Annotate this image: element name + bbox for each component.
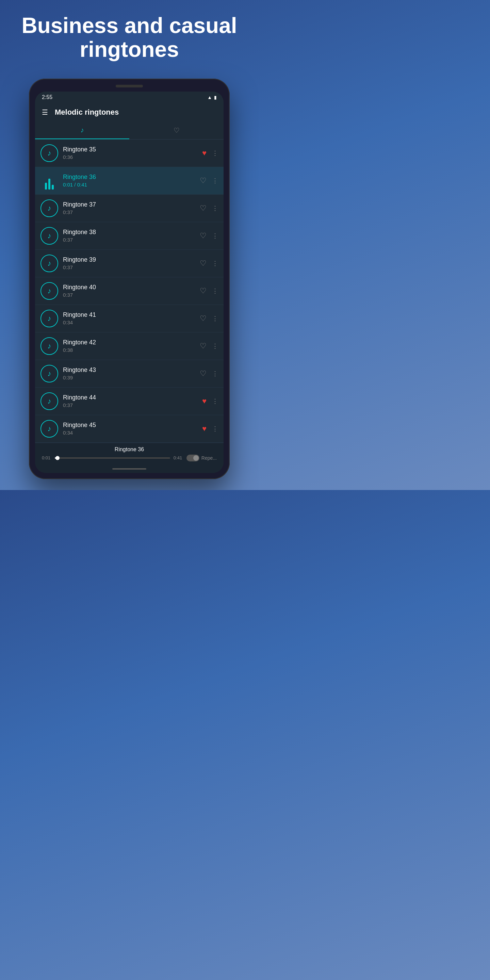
ringtone-duration: 0:34 bbox=[63, 430, 197, 436]
battery-icon: ▮ bbox=[214, 95, 217, 100]
bar1 bbox=[45, 183, 47, 189]
menu-icon[interactable]: ☰ bbox=[42, 108, 48, 116]
list-item[interactable]: Ringtone 36 0:01 / 0:41 ♡ ⋮ bbox=[35, 167, 224, 195]
ringtone-info: Ringtone 35 0:36 bbox=[63, 146, 197, 160]
more-button[interactable]: ⋮ bbox=[212, 370, 218, 377]
list-item[interactable]: ♪ Ringtone 41 0:34 ♡ ⋮ bbox=[35, 305, 224, 332]
heart-button[interactable]: ♥ bbox=[202, 424, 207, 433]
more-button[interactable]: ⋮ bbox=[212, 425, 218, 433]
tab-music[interactable]: ♪ bbox=[35, 121, 129, 139]
ringtone-name: Ringtone 40 bbox=[63, 284, 195, 291]
more-button[interactable]: ⋮ bbox=[212, 177, 218, 185]
ringtone-name: Ringtone 37 bbox=[63, 201, 195, 208]
ringtone-duration: 0:01 / 0:41 bbox=[63, 182, 195, 188]
music-icon: ♪ bbox=[40, 255, 58, 272]
list-item[interactable]: ♪ Ringtone 42 0:38 ♡ ⋮ bbox=[35, 332, 224, 360]
list-item[interactable]: ♪ Ringtone 44 0:37 ♥ ⋮ bbox=[35, 388, 224, 415]
heart-button[interactable]: ♡ bbox=[200, 231, 207, 240]
ringtone-info: Ringtone 40 0:37 bbox=[63, 284, 195, 298]
home-indicator bbox=[112, 468, 146, 469]
heart-button[interactable]: ♡ bbox=[200, 286, 207, 295]
ringtone-info: Ringtone 37 0:37 bbox=[63, 201, 195, 215]
status-time: 2:55 bbox=[42, 94, 52, 100]
ringtone-name: Ringtone 45 bbox=[63, 422, 197, 429]
more-button[interactable]: ⋮ bbox=[212, 342, 218, 350]
item-actions: ♡ ⋮ bbox=[200, 259, 218, 268]
list-item[interactable]: ♪ Ringtone 43 0:39 ♡ ⋮ bbox=[35, 360, 224, 388]
bar2 bbox=[48, 179, 50, 189]
item-actions: ♡ ⋮ bbox=[200, 204, 218, 213]
ringtone-duration: 0:37 bbox=[63, 402, 197, 408]
heart-button[interactable]: ♡ bbox=[200, 204, 207, 213]
heart-button[interactable]: ♡ bbox=[200, 259, 207, 268]
ringtone-name: Ringtone 35 bbox=[63, 146, 197, 153]
ringtone-name: Ringtone 44 bbox=[63, 394, 197, 401]
tab-favorites[interactable]: ♡ bbox=[129, 121, 224, 139]
music-icon: ♪ bbox=[40, 282, 58, 300]
progress-bar[interactable] bbox=[55, 457, 170, 459]
heart-button[interactable]: ♡ bbox=[200, 369, 207, 378]
ringtone-info: Ringtone 42 0:38 bbox=[63, 339, 195, 353]
more-button[interactable]: ⋮ bbox=[212, 205, 218, 212]
music-icon: ♪ bbox=[40, 144, 58, 162]
heart-button[interactable]: ♡ bbox=[200, 314, 207, 323]
heart-button[interactable]: ♥ bbox=[202, 149, 207, 158]
ringtone-info: Ringtone 38 0:37 bbox=[63, 229, 195, 243]
ringtone-info: Ringtone 39 0:37 bbox=[63, 256, 195, 270]
ringtone-name: Ringtone 38 bbox=[63, 229, 195, 236]
ringtone-name: Ringtone 39 bbox=[63, 256, 195, 263]
heart-button[interactable]: ♡ bbox=[200, 342, 207, 350]
list-item[interactable]: ♪ Ringtone 40 0:37 ♡ ⋮ bbox=[35, 277, 224, 305]
status-bar: 2:55 ▲ ▮ bbox=[35, 92, 224, 103]
item-actions: ♡ ⋮ bbox=[200, 342, 218, 350]
more-button[interactable]: ⋮ bbox=[212, 398, 218, 405]
list-item[interactable]: ♪ Ringtone 38 0:37 ♡ ⋮ bbox=[35, 222, 224, 250]
list-item[interactable]: ♪ Ringtone 35 0:36 ♥ ⋮ bbox=[35, 140, 224, 167]
item-actions: ♡ ⋮ bbox=[200, 369, 218, 378]
progress-fill bbox=[55, 457, 57, 459]
more-button[interactable]: ⋮ bbox=[212, 150, 218, 157]
list-item[interactable]: ♪ Ringtone 45 0:34 ♥ ⋮ bbox=[35, 415, 224, 443]
heart-button[interactable]: ♡ bbox=[200, 176, 207, 185]
ringtone-list: ♪ Ringtone 35 0:36 ♥ ⋮ Ringtone bbox=[35, 140, 224, 443]
progress-thumb bbox=[56, 456, 60, 460]
phone-notch bbox=[116, 85, 143, 88]
bar3 bbox=[52, 185, 54, 189]
more-button[interactable]: ⋮ bbox=[212, 232, 218, 240]
music-icon: ♪ bbox=[40, 337, 58, 355]
repeat-button[interactable]: Repe... bbox=[186, 455, 217, 461]
music-icon: ♪ bbox=[40, 365, 58, 382]
more-button[interactable]: ⋮ bbox=[212, 259, 218, 267]
home-bar bbox=[35, 466, 224, 473]
music-icon: ♪ bbox=[40, 199, 58, 217]
item-actions: ♡ ⋮ bbox=[200, 314, 218, 323]
player-controls: 0:01 0:41 Repe... bbox=[42, 455, 217, 461]
ringtone-name: Ringtone 42 bbox=[63, 339, 195, 346]
music-icon: ♪ bbox=[40, 392, 58, 410]
more-button[interactable]: ⋮ bbox=[212, 315, 218, 322]
player-total-time: 0:41 bbox=[173, 455, 183, 460]
item-actions: ♥ ⋮ bbox=[202, 424, 218, 433]
ringtone-duration: 0:37 bbox=[63, 264, 195, 270]
music-tab-icon: ♪ bbox=[81, 126, 84, 134]
ringtone-duration: 0:37 bbox=[63, 292, 195, 298]
more-button[interactable]: ⋮ bbox=[212, 287, 218, 295]
heart-tab-icon: ♡ bbox=[173, 127, 180, 134]
hero-title: Business and casual ringtones bbox=[7, 14, 252, 62]
ringtone-duration: 0:37 bbox=[63, 209, 195, 215]
list-item[interactable]: ♪ Ringtone 37 0:37 ♡ ⋮ bbox=[35, 195, 224, 222]
ringtone-name: Ringtone 36 bbox=[63, 173, 195, 181]
ringtone-duration: 0:37 bbox=[63, 237, 195, 243]
list-item[interactable]: ♪ Ringtone 39 0:37 ♡ ⋮ bbox=[35, 250, 224, 277]
item-actions: ♥ ⋮ bbox=[202, 397, 218, 406]
item-actions: ♡ ⋮ bbox=[200, 286, 218, 295]
ringtone-info: Ringtone 44 0:37 bbox=[63, 394, 197, 408]
ringtone-duration: 0:39 bbox=[63, 375, 195, 380]
item-actions: ♡ ⋮ bbox=[200, 176, 218, 185]
heart-button[interactable]: ♥ bbox=[202, 397, 207, 406]
toggle-thumb bbox=[193, 455, 199, 461]
item-actions: ♥ ⋮ bbox=[202, 149, 218, 158]
repeat-toggle[interactable] bbox=[186, 455, 199, 461]
phone-frame: 2:55 ▲ ▮ ☰ Melodic ringtones ♪ ♡ ♪ bbox=[29, 79, 230, 479]
music-icon: ♪ bbox=[40, 310, 58, 327]
